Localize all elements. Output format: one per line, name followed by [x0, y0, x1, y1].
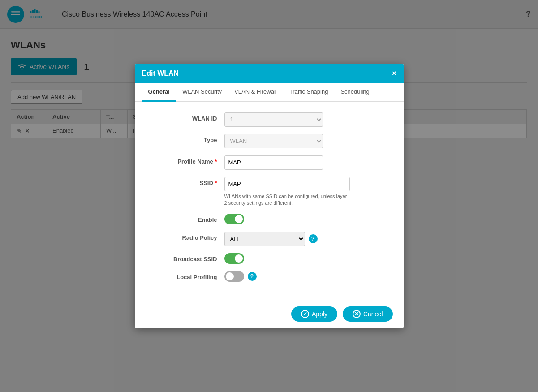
cancel-button[interactable]: ✕ Cancel	[343, 306, 393, 322]
profile-name-row: Profile Name *	[153, 155, 386, 170]
broadcast-ssid-control	[224, 253, 323, 264]
local-profiling-help-icon[interactable]: ?	[248, 272, 257, 281]
local-profiling-toggle[interactable]	[224, 271, 244, 282]
type-select[interactable]: WLAN	[224, 134, 323, 148]
ssid-input[interactable]	[224, 177, 350, 191]
ssid-label: SSID *	[153, 177, 224, 186]
page-content: WLANs Active WLANs 1 Add new WLAN/RLAN A…	[0, 29, 538, 392]
radio-policy-select[interactable]: ALL 2.4 GHz 5 GHz	[224, 232, 305, 246]
radio-policy-control: ALL 2.4 GHz 5 GHz ?	[224, 232, 359, 246]
enable-toggle-wrap	[224, 214, 323, 224]
local-profiling-slider	[224, 271, 244, 282]
radio-policy-wrap: ALL 2.4 GHz 5 GHz ?	[224, 232, 359, 246]
broadcast-toggle-wrap	[224, 253, 323, 264]
modal-body: WLAN ID 1 Type WLAN	[135, 102, 404, 300]
ssid-note: WLANs with same SSID can be configured, …	[224, 193, 350, 207]
enable-row: Enable	[153, 214, 386, 224]
type-row: Type WLAN	[153, 134, 386, 148]
modal-header: Edit WLAN ×	[135, 64, 404, 83]
apply-label: Apply	[312, 310, 327, 318]
tab-traffic-shaping[interactable]: Traffic Shaping	[283, 83, 335, 102]
radio-policy-row: Radio Policy ALL 2.4 GHz 5 GHz ?	[153, 232, 386, 246]
modal-footer: ✓ Apply ✕ Cancel	[135, 300, 404, 328]
modal-close-button[interactable]: ×	[392, 69, 396, 78]
local-profiling-toggle-wrap: ?	[224, 271, 323, 282]
broadcast-ssid-label: Broadcast SSID	[153, 253, 224, 263]
apply-icon: ✓	[301, 310, 309, 318]
wlan-id-select[interactable]: 1	[224, 112, 323, 127]
ssid-required: *	[215, 180, 217, 186]
enable-toggle[interactable]	[224, 214, 244, 224]
profile-name-input[interactable]	[224, 155, 323, 170]
wlan-id-row: WLAN ID 1	[153, 112, 386, 127]
wlan-id-label: WLAN ID	[153, 112, 224, 122]
tab-general[interactable]: General	[142, 83, 176, 102]
tab-scheduling[interactable]: Scheduling	[334, 83, 375, 102]
profile-name-control	[224, 155, 323, 170]
broadcast-ssid-slider	[224, 253, 244, 264]
wlan-id-control: 1	[224, 112, 323, 127]
radio-policy-help-icon[interactable]: ?	[309, 234, 318, 243]
local-profiling-control: ?	[224, 271, 323, 282]
profile-name-required: *	[215, 158, 217, 165]
apply-button[interactable]: ✓ Apply	[291, 306, 337, 322]
radio-policy-label: Radio Policy	[153, 232, 224, 241]
modal-title: Edit WLAN	[142, 69, 179, 78]
enable-slider	[224, 214, 244, 224]
cancel-icon: ✕	[353, 310, 361, 318]
cancel-label: Cancel	[363, 310, 383, 318]
modal-overlay: Edit WLAN × General WLAN Security VLAN &…	[0, 0, 538, 392]
profile-name-label: Profile Name *	[153, 155, 224, 165]
local-profiling-row: Local Profiling ?	[153, 271, 386, 282]
broadcast-ssid-row: Broadcast SSID	[153, 253, 386, 264]
edit-wlan-modal: Edit WLAN × General WLAN Security VLAN &…	[135, 64, 404, 328]
tab-vlan-firewall[interactable]: VLAN & Firewall	[228, 83, 283, 102]
enable-control	[224, 214, 323, 224]
local-profiling-label: Local Profiling	[153, 271, 224, 280]
tab-wlan-security[interactable]: WLAN Security	[176, 83, 228, 102]
modal-tabs: General WLAN Security VLAN & Firewall Tr…	[135, 83, 404, 102]
broadcast-ssid-toggle[interactable]	[224, 253, 244, 264]
type-label: Type	[153, 134, 224, 143]
ssid-row: SSID * WLANs with same SSID can be confi…	[153, 177, 386, 207]
enable-label: Enable	[153, 214, 224, 223]
type-control: WLAN	[224, 134, 323, 148]
ssid-control: WLANs with same SSID can be configured, …	[224, 177, 350, 207]
